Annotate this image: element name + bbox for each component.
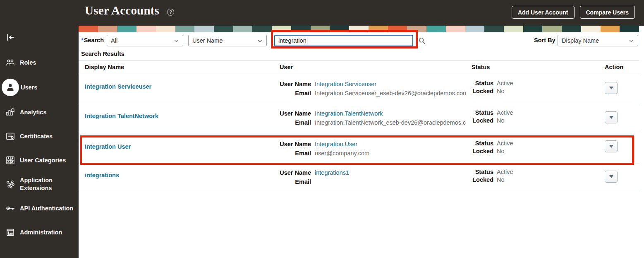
page-title: User Accounts	[85, 4, 159, 17]
sort-by-dropdown[interactable]: Display Name	[558, 35, 638, 46]
application-extensions-icon	[5, 179, 16, 190]
sidebar-collapse-icon[interactable]	[6, 32, 16, 42]
email-value: user@company.com	[315, 149, 369, 158]
chevron-down-icon	[629, 38, 634, 43]
sidebar-item-roles[interactable]: Roles	[0, 51, 79, 75]
sidebar-item-label: Administration	[20, 229, 62, 236]
sidebar-item-label: User Categories	[20, 157, 66, 164]
add-user-account-button[interactable]: Add User Account	[512, 6, 575, 19]
sidebar-item-analytics[interactable]: Analytics	[0, 100, 79, 124]
email-label: Email	[256, 118, 311, 127]
locked-label: Locked	[469, 87, 493, 95]
table-row: Integration TalentNetwork User NameInteg…	[79, 103, 639, 132]
status-label: Status	[469, 168, 493, 176]
sidebar-item-label: Analytics	[20, 109, 46, 116]
email-label: Email	[256, 149, 311, 158]
status-value: Active	[497, 109, 513, 117]
api-authentication-icon	[5, 203, 16, 214]
user-name-label: User Name	[256, 80, 311, 89]
status-label: Status	[469, 140, 493, 147]
caret-down-icon	[609, 175, 613, 178]
users-icon	[2, 79, 19, 96]
user-name-label: User Name	[256, 140, 311, 149]
search-icon[interactable]	[418, 36, 427, 45]
text-cursor	[307, 37, 307, 44]
display-name-link[interactable]: Integration Serviceuser	[85, 83, 151, 90]
sidebar-item-label: API Authentication	[20, 205, 73, 212]
chevron-down-icon	[174, 38, 179, 43]
user-accounts-page: User Accounts ? Add User Account Compare…	[0, 0, 644, 258]
table-row: Integration Serviceuser User NameIntegra…	[79, 74, 639, 103]
user-name-label: User Name	[256, 109, 311, 118]
column-header-user: User	[256, 64, 469, 70]
search-category-value: All	[111, 37, 117, 44]
search-input[interactable]: integration	[274, 35, 413, 46]
sidebar-nav: Roles Users Analytics Certificates	[0, 51, 79, 244]
compare-users-button[interactable]: Compare Users	[580, 6, 635, 19]
sort-by-label: Sort By	[534, 37, 555, 43]
user-name-link[interactable]: integrations1	[315, 168, 349, 177]
sidebar-item-administration[interactable]: Administration	[0, 220, 79, 244]
user-name-link[interactable]: Integration.Serviceuser	[315, 80, 376, 89]
status-value: Active	[497, 80, 513, 87]
roles-icon	[5, 57, 16, 68]
results-table-header: Display Name User Status Action	[79, 60, 639, 74]
user-name-link[interactable]: Integration.TalentNetwork	[315, 109, 383, 118]
required-marker: *	[81, 37, 84, 43]
email-value: Integration.TalentNetwork_eseb-dev26@ora…	[315, 118, 466, 127]
search-field-value: User Name	[192, 37, 223, 44]
display-name-link[interactable]: Integration User	[85, 143, 131, 150]
top-header-bar: User Accounts ? Add User Account Compare…	[0, 0, 644, 26]
locked-label: Locked	[469, 147, 493, 155]
certificates-icon	[5, 131, 16, 142]
sidebar-item-label: Roles	[20, 59, 36, 67]
search-label: *Search	[81, 37, 104, 43]
row-action-dropdown-button[interactable]	[605, 82, 618, 94]
chevron-down-icon	[257, 38, 263, 43]
caret-down-icon	[609, 87, 613, 89]
display-name-link[interactable]: Integration TalentNetwork	[85, 113, 158, 119]
column-header-display-name: Display Name	[85, 64, 256, 70]
row-action-dropdown-button[interactable]	[605, 171, 618, 183]
column-header-status: Status	[469, 64, 596, 70]
search-category-dropdown[interactable]: All	[107, 35, 183, 46]
analytics-icon	[5, 107, 16, 118]
sort-by-value: Display Name	[562, 37, 599, 44]
status-value: Active	[497, 140, 513, 147]
administration-icon	[5, 227, 16, 238]
table-row: integrations User Nameintegrations1 Emai…	[79, 164, 639, 189]
sidebar-item-users[interactable]: Users	[0, 75, 79, 100]
locked-value: No	[497, 176, 505, 184]
sidebar-item-user-categories[interactable]: User Categories	[0, 148, 79, 172]
locked-value: No	[497, 117, 505, 125]
locked-label: Locked	[469, 176, 493, 184]
column-header-action: Action	[596, 64, 639, 70]
user-name-link[interactable]: Integration.User	[315, 140, 357, 149]
sidebar-item-api-authentication[interactable]: API Authentication	[0, 196, 79, 220]
email-label: Email	[256, 89, 311, 98]
locked-value: No	[497, 147, 505, 155]
search-bar: *Search All User Name integration Sort B…	[79, 32, 639, 49]
email-label: Email	[256, 177, 311, 186]
user-categories-icon	[5, 155, 16, 166]
sidebar: Roles Users Analytics Certificates	[0, 0, 79, 258]
decorative-banner	[79, 26, 639, 32]
sidebar-item-label: Certificates	[20, 133, 53, 140]
locked-label: Locked	[469, 117, 493, 125]
email-value: Integration.Serviceuser_eseb-dev26@oracl…	[315, 89, 466, 98]
sidebar-item-label: Users	[21, 84, 37, 92]
sidebar-item-application-extensions[interactable]: Application Extensions	[0, 172, 79, 196]
status-label: Status	[469, 109, 493, 117]
row-action-dropdown-button[interactable]	[605, 140, 618, 152]
sidebar-item-certificates[interactable]: Certificates	[0, 124, 79, 148]
status-label: Status	[469, 80, 493, 87]
help-icon[interactable]: ?	[167, 9, 174, 16]
sidebar-item-label: Application Extensions	[20, 176, 77, 192]
row-action-dropdown-button[interactable]	[605, 111, 618, 123]
search-results-title: Search Results	[81, 51, 124, 57]
main-content: *Search All User Name integration Sort B…	[79, 32, 644, 258]
user-name-label: User Name	[256, 168, 311, 177]
caret-down-icon	[609, 145, 613, 148]
display-name-link[interactable]: integrations	[85, 172, 119, 178]
search-field-dropdown[interactable]: User Name	[188, 35, 267, 46]
